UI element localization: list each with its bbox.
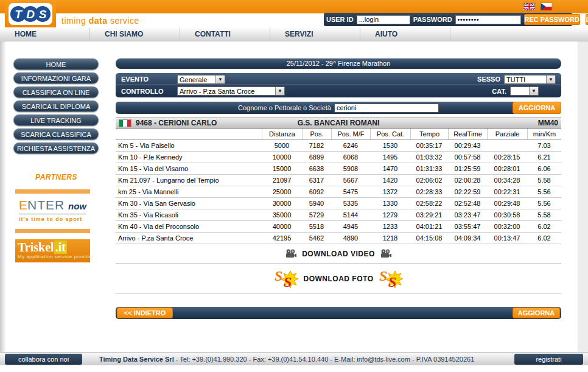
col-header-realtime: RealTime (448, 128, 487, 139)
registrati-button[interactable]: registrati (514, 354, 583, 365)
cell-pos-mf: 5667 (331, 175, 370, 186)
col-header-min-km: min/Km (527, 128, 561, 139)
svg-text:T: T (15, 8, 23, 21)
indietro-button[interactable]: << INDIETRO (117, 307, 173, 318)
cell-parziale: 00:30:58 (487, 209, 527, 220)
collabora-button[interactable]: collabora con noi (5, 354, 82, 365)
col-header-pos: Pos. (302, 128, 331, 139)
col-header-checkpoint (116, 128, 262, 139)
table-row: Km 5 - Via Paisello 5000 7182 6246 1530 … (116, 140, 561, 152)
download-video-link[interactable]: DOWNLOAD VIDEO (116, 244, 561, 264)
right-page-margin (578, 41, 588, 352)
cell-min-km: 5.58 (527, 209, 561, 220)
cell-parziale: 00:28:15 (487, 152, 527, 163)
sesso-select[interactable]: TUTTI▼ (504, 75, 556, 84)
cell-checkpoint: Km 10 - P.le Kennedy (116, 152, 262, 163)
user-id-label: USER ID (326, 16, 354, 23)
nav-item[interactable]: SERVIZI (270, 27, 360, 41)
sidebar-menu-button[interactable]: LIVE TRACKING (13, 114, 99, 126)
czech-flag-icon[interactable] (540, 2, 553, 11)
enternow-partner-logo[interactable]: ENTER now it's time to do sport (15, 189, 90, 233)
sidebar-menu-button[interactable]: SCARICA CLASSIFICA (13, 128, 99, 140)
chevron-down-icon: ▼ (529, 87, 538, 95)
sidebar-menu-button[interactable]: HOME (13, 58, 99, 70)
password-input[interactable] (455, 15, 521, 24)
cell-pos: 7182 (302, 140, 331, 151)
tds-logo-icon: T D S (9, 2, 52, 26)
cell-realtime: 04:09:34 (448, 233, 487, 244)
cell-pos-mf: 5335 (331, 198, 370, 209)
chevron-down-icon: ▼ (215, 75, 225, 83)
cell-checkpoint: Km 40 - Via del Proconsolo (116, 221, 262, 232)
video-camera-icon (285, 249, 297, 258)
sidebar-menu-button[interactable]: CLASSIFICA ON LINE (13, 86, 99, 98)
language-flags (523, 2, 553, 11)
sidebar-menu-button[interactable]: INFORMAZIONI GARA (13, 72, 99, 84)
cell-parziale: 00:22:31 (487, 186, 527, 197)
cell-distanza: 30000 (262, 198, 302, 209)
cell-parziale: 00:28:01 (487, 163, 527, 174)
search-bar: Cognome o Pettorale o Società AGGIORNA (116, 102, 561, 114)
sesso-label: SESSO (477, 75, 500, 83)
user-id-input[interactable] (357, 15, 410, 24)
sidebar-menu-button[interactable]: SCARICA IL DIPLOMA (13, 100, 99, 112)
download-foto-link[interactable]: S S DOWNLOAD FOTO S S (116, 264, 561, 294)
cell-tempo: 00:35:17 (410, 140, 448, 151)
table-row: Km 15 - Via del Visarno 15000 6638 5908 … (116, 163, 561, 175)
col-header-parziale: Parziale (487, 128, 527, 139)
sidebar-menu-button[interactable]: RICHIESTA ASSISTENZA (13, 142, 99, 154)
col-header-pos-mf: Pos. M/F (331, 128, 370, 139)
table-row: Km 10 - P.le Kennedy 10000 6899 6068 149… (116, 152, 561, 163)
cell-checkpoint: Km 35 - Via Ricasoli (116, 209, 262, 220)
triskel-wordmark: Triskel.it (18, 240, 88, 254)
footer-contact-info: Timing Data Service Srl - Tel: +39.(0)41… (99, 356, 474, 363)
partners-label: PARTNERS (6, 173, 107, 181)
nav-item[interactable]: AIUTO (360, 27, 450, 41)
cell-realtime: 00:57:58 (448, 152, 487, 163)
cell-checkpoint: Arrivo - P.za Santa Croce (116, 233, 262, 244)
search-input[interactable] (334, 104, 439, 113)
nav-item[interactable]: CHI SIAMO (90, 27, 180, 41)
cell-checkpoint: Km 30 - Via San Gervasio (116, 198, 262, 209)
uk-flag-icon[interactable] (523, 2, 536, 11)
runner-info-bar: 9468 - CERIONI CARLO G.S. BANCARI ROMANI… (116, 118, 561, 128)
cell-parziale: 00:13:47 (487, 233, 527, 244)
aggiorna-button-bottom[interactable]: AGGIORNA (513, 307, 560, 318)
table-row: Km 30 - Via San Gervasio 30000 5940 5335… (116, 198, 561, 209)
evento-label: EVENTO (121, 75, 177, 83)
ss-photo-logo-icon: S S (378, 267, 404, 290)
table-row: km 25 - Via Mannelli 25000 6092 5475 137… (116, 186, 561, 198)
rec-password-button[interactable]: REC PASSWORD (524, 14, 580, 25)
nav-item[interactable]: HOME (0, 27, 90, 41)
evento-select[interactable]: Generale▼ (177, 75, 225, 84)
cell-tempo: 02:28:33 (410, 186, 448, 197)
triskel-tagline: My application service provider (18, 254, 88, 259)
tds-logo[interactable]: T D S (5, 0, 56, 27)
table-body: Km 5 - Via Paisello 5000 7182 6246 1530 … (116, 140, 561, 244)
controllo-select[interactable]: Arrivo - P.za Santa Croce▼ (177, 86, 285, 96)
splits-table: Distanza Pos. Pos. M/F Pos. Cat. Tempo R… (116, 128, 561, 244)
triskel-partner-logo[interactable]: Triskel.it My application service provid… (15, 239, 90, 262)
cell-pos: 6317 (302, 175, 331, 186)
table-row: Km 21.097 - Lungarno del Tempio 21097 63… (116, 175, 561, 186)
cell-pos-cat: 1279 (370, 209, 410, 220)
cell-pos-cat: 1218 (370, 233, 410, 244)
runner-team: G.S. BANCARI ROMANI (116, 119, 561, 127)
cell-tempo: 01:03:32 (410, 152, 448, 163)
aggiorna-button-top[interactable]: AGGIORNA (513, 102, 561, 114)
cat-select[interactable]: ▼ (510, 86, 539, 96)
col-header-distanza: Distanza (262, 128, 302, 139)
cell-parziale (487, 140, 527, 151)
cell-parziale: 00:29:48 (487, 198, 527, 209)
cell-checkpoint: Km 21.097 - Lungarno del Tempio (116, 175, 262, 186)
login-button[interactable]: LOGIN (586, 14, 588, 25)
nav-item[interactable]: CONTATTI (180, 27, 270, 41)
table-row: Km 35 - Via Ricasoli 35000 5729 5144 127… (116, 209, 561, 221)
controllo-label: CONTROLLO (121, 88, 177, 95)
cell-tempo: 04:15:08 (410, 233, 448, 244)
cell-pos: 6899 (302, 152, 331, 163)
col-header-tempo: Tempo (410, 128, 448, 139)
cell-distanza: 15000 (262, 163, 302, 174)
chevron-down-icon: ▼ (275, 87, 284, 95)
cell-min-km: 7.03 (527, 140, 561, 151)
